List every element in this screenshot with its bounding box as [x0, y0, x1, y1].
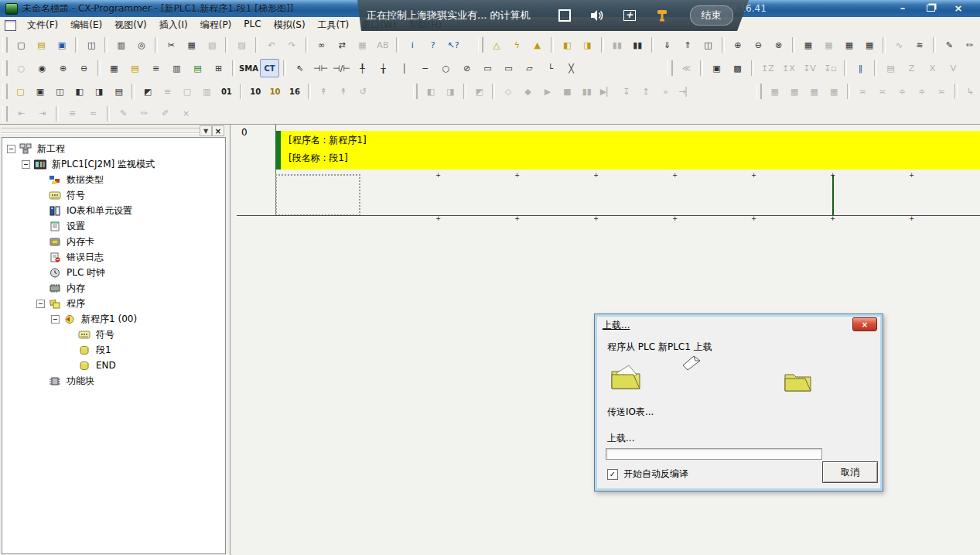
rung-wrap-icon[interactable]: ⊞ — [209, 59, 228, 77]
copy-icon[interactable]: ▦ — [183, 36, 201, 54]
cancel-button[interactable]: 取消 — [822, 461, 878, 483]
new-vertical-icon[interactable]: │ — [394, 59, 414, 77]
toolbar-grip[interactable] — [2, 37, 8, 53]
tree-item-funcblocks[interactable]: 功能块 — [2, 373, 225, 389]
zoom-custom-icon[interactable]: ◉ — [32, 59, 52, 77]
open-file-icon[interactable]: ▤ — [32, 36, 50, 54]
compile-all-icon[interactable]: ▣ — [707, 59, 726, 77]
new-contact-icon[interactable]: ⊣⊢ — [311, 59, 330, 77]
tree-item-iotable[interactable]: IO表和单元设置 — [2, 203, 225, 218]
watch-window-icon[interactable]: ◧ — [70, 82, 88, 101]
force-off-icon[interactable]: ⊖ — [749, 36, 767, 54]
rung-color-icon[interactable]: ▤ — [188, 59, 207, 77]
compile-icon[interactable]: ◫ — [82, 36, 101, 54]
minimize-button[interactable]: – — [895, 2, 910, 14]
output-window-icon[interactable]: ◫ — [51, 82, 69, 101]
properties-window-icon[interactable]: ▤ — [110, 82, 128, 101]
toolbar-grip[interactable] — [2, 84, 8, 99]
dock-menu-button[interactable]: ▼ — [200, 125, 212, 136]
tree-item-section1[interactable]: 段1 — [2, 342, 225, 358]
signed-decimal-display-icon[interactable]: 10 — [266, 82, 284, 101]
menu-item-program[interactable]: 编程(P) — [194, 16, 238, 34]
work-online-icon[interactable]: △ — [487, 36, 506, 54]
toolbar-grip[interactable] — [413, 84, 418, 99]
auto-decompile-checkbox[interactable]: ✓ — [607, 469, 618, 480]
tree-item-end[interactable]: END — [2, 358, 225, 373]
ct-view-icon[interactable]: CT — [260, 59, 279, 77]
monitor-data-3-icon[interactable]: ▦ — [840, 36, 859, 54]
select-tool-icon[interactable]: ⇖ — [290, 59, 309, 77]
comment-icon[interactable]: ▤ — [125, 59, 145, 77]
workspace-dock-bar[interactable]: ▼ × — [0, 125, 227, 135]
restore-button[interactable] — [923, 2, 938, 14]
online-edit-icon[interactable]: ✏ — [961, 36, 979, 54]
program-check-icon[interactable]: ▩ — [728, 59, 747, 77]
workspace-window-icon[interactable]: ▢ — [12, 82, 29, 101]
address-reference-icon[interactable]: ⇄ — [333, 36, 351, 54]
tree-item-project[interactable]: 新工程 — [2, 141, 225, 156]
monitor-icon[interactable]: ▲ — [528, 36, 547, 54]
new-horizontal-icon[interactable]: ─ — [415, 59, 435, 77]
save-icon[interactable]: ▣ — [53, 36, 71, 54]
tree-item-plc1[interactable]: 新PLC1[CJ2M] 监视模式 — [2, 156, 225, 172]
force-cancel-icon[interactable]: ⊗ — [769, 36, 787, 54]
rung-list-icon[interactable]: ≡ — [146, 59, 166, 77]
pause-icon[interactable]: ▮▮ — [628, 36, 647, 54]
download-to-plc-icon[interactable]: ⇓ — [657, 36, 676, 54]
menu-item-insert[interactable]: 插入(I) — [153, 16, 194, 34]
tree-item-memcard[interactable]: 内存卡 — [2, 234, 225, 249]
delete-line-icon[interactable]: ╳ — [562, 59, 581, 77]
fb-parameter-icon[interactable]: ▱ — [520, 59, 539, 77]
cut-icon[interactable]: ✂ — [162, 36, 180, 54]
hex-display-icon[interactable]: 16 — [285, 82, 303, 101]
monitor-data-4-icon[interactable]: ▦ — [860, 36, 879, 54]
decimal-display-icon[interactable]: 10 — [246, 82, 264, 101]
tree-item-program1[interactable]: 新程序1 (00) — [2, 311, 225, 327]
end-control-button[interactable]: 结束 — [690, 5, 733, 26]
workspace-close-button[interactable]: × — [212, 125, 224, 136]
menu-item-simulation[interactable]: 模拟(S) — [268, 16, 312, 34]
volume-icon[interactable] — [589, 8, 605, 23]
io-comment-icon[interactable]: ▥ — [167, 59, 186, 77]
memory-window-icon[interactable]: ◨ — [90, 82, 108, 101]
dialog-close-button[interactable]: × — [852, 317, 877, 331]
menu-item-file[interactable]: 文件(F) — [21, 16, 64, 34]
set-value-icon[interactable]: ✎ — [940, 36, 958, 54]
new-window-icon[interactable]: + — [622, 8, 637, 23]
print-icon[interactable]: ▥ — [111, 36, 130, 54]
monitor-data-1-icon[interactable]: ▦ — [799, 36, 818, 54]
menu-item-plc[interactable]: PLC — [237, 16, 267, 34]
tree-item-program1-symbols[interactable]: 符号 — [2, 327, 225, 342]
ladder-selected-cell[interactable] — [275, 174, 360, 216]
tree-item-errorlog[interactable]: 错误日志 — [2, 249, 225, 265]
tools-icon[interactable] — [654, 8, 670, 23]
zoom-out-icon[interactable]: ⊖ — [74, 59, 94, 77]
menu-item-tools[interactable]: 工具(T) — [312, 16, 356, 34]
new-file-icon[interactable]: ▢ — [12, 36, 30, 54]
symbol-bar-icon[interactable]: ◩ — [138, 82, 156, 101]
binary-display-icon[interactable]: 01 — [217, 82, 235, 101]
connect-line-icon[interactable]: └ — [541, 59, 560, 77]
menu-item-view[interactable]: 视图(V) — [108, 16, 153, 34]
fullscreen-icon[interactable] — [557, 8, 572, 23]
new-closed-contact-icon[interactable]: ⊣/⊢ — [332, 59, 351, 77]
build-window-icon[interactable]: ▣ — [31, 82, 49, 101]
help-icon[interactable]: ? — [423, 36, 442, 54]
cross-reference-popup-icon[interactable]: ‖ — [851, 59, 870, 77]
info-icon[interactable]: i — [403, 36, 422, 54]
tree-item-memory[interactable]: 内存 — [2, 280, 225, 296]
dock-grip[interactable] — [2, 128, 200, 133]
upload-from-plc-icon[interactable]: ⇑ — [678, 36, 697, 54]
tree-item-plc-clock[interactable]: PLC 时钟 — [2, 265, 225, 280]
tree-expander-programs[interactable] — [36, 300, 45, 308]
tree-item-symbols[interactable]: 符号 — [2, 187, 225, 203]
new-instruction-icon[interactable]: ▭ — [478, 59, 497, 77]
tree-item-programs[interactable]: 程序 — [2, 296, 225, 311]
context-help-icon[interactable]: ↖? — [444, 36, 463, 54]
zoom-in-icon[interactable]: ⊕ — [53, 59, 73, 77]
find-icon[interactable]: ∞ — [312, 36, 330, 54]
mdi-child-icon[interactable] — [5, 20, 16, 31]
program-mode-icon[interactable]: ◧ — [558, 36, 576, 54]
debug-mode-icon[interactable]: ◨ — [578, 36, 596, 54]
tree-item-settings[interactable]: 设置 — [2, 218, 225, 234]
